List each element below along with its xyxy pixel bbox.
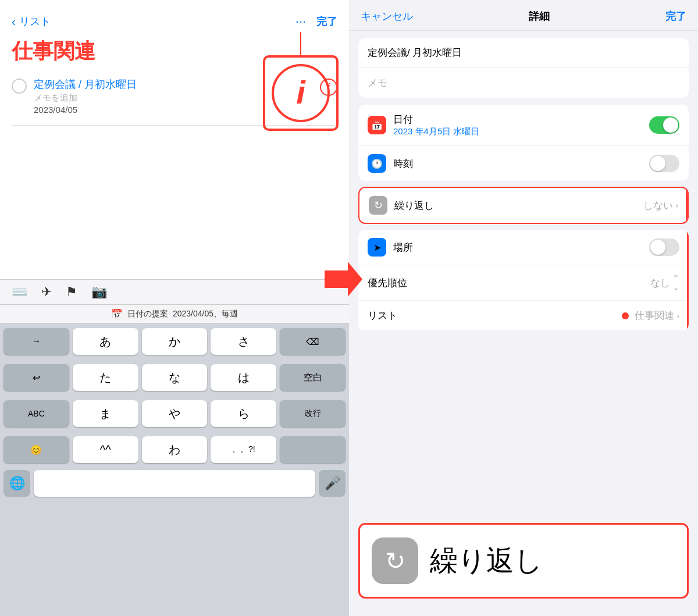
key-emoji[interactable]: 😊	[3, 436, 69, 463]
key-ra[interactable]: ら	[211, 400, 276, 427]
date-time-section: 📅 日付 2023 年4月5日 水曜日 🕐 時刻	[358, 105, 689, 181]
date-label: 日付	[393, 113, 649, 126]
task-title-text[interactable]: 定例会議/ 月初水曜日	[368, 46, 679, 59]
location-row: ➤ 場所	[358, 230, 689, 265]
clock-icon: 🕐	[368, 154, 386, 173]
todo-title-text: 定例会議 / 月初	[34, 79, 105, 90]
date-label-container: 日付 2023 年4月5日 水曜日	[393, 113, 649, 137]
location-label: 場所	[393, 241, 649, 254]
chevron-left-icon: ‹	[12, 16, 16, 27]
bottom-large-box: ↻ 繰り返し	[358, 523, 689, 599]
task-title-section: 定例会議/ 月初水曜日 メモ	[358, 38, 689, 98]
date-toggle[interactable]	[649, 116, 679, 134]
done-button[interactable]: 完了	[316, 15, 337, 29]
key-ha[interactable]: は	[211, 364, 276, 391]
calendar-small-icon: 📅	[111, 308, 123, 319]
keyboard-row-1: → あ か さ ⌫	[0, 323, 349, 359]
key-na[interactable]: な	[142, 364, 208, 391]
key-empty	[280, 436, 346, 463]
right-panel: キャンセル 詳細 完了 定例会議/ 月初水曜日 メモ 📅 日付 2023 年4月…	[349, 0, 698, 616]
info-box-wrapper: i	[263, 32, 339, 131]
key-ta[interactable]: た	[73, 364, 138, 391]
time-toggle[interactable]	[649, 155, 679, 172]
svg-marker-0	[325, 262, 362, 297]
info-connector-line	[300, 32, 301, 55]
right-header: キャンセル 詳細 完了	[349, 0, 698, 31]
repeat-label-large: 繰り返し	[430, 542, 543, 579]
more-button[interactable]: ···	[295, 14, 306, 29]
other-vertical-line	[687, 230, 689, 331]
header-right: ··· 完了	[295, 14, 337, 29]
memo-row: メモ	[358, 68, 689, 98]
left-panel: ‹ リスト ··· 完了 仕事関連 定例会議 / 月初水曜日 メモを追加 202…	[0, 0, 349, 616]
keyboard-area: ⌨️ ✈ ⚑ 📷 📅 日付の提案 2023/04/05、毎週 → あ か さ ⌫…	[0, 279, 349, 616]
key-a[interactable]: あ	[73, 328, 138, 355]
repeat-vertical-line	[686, 188, 688, 223]
todo-title-blue: 水曜日	[105, 79, 137, 90]
globe-icon[interactable]: 🌐	[3, 470, 30, 497]
list-value-container: 仕事関連	[622, 309, 674, 322]
keyboard-toolbar: ⌨️ ✈ ⚑ 📷	[0, 279, 349, 305]
back-label: リスト	[19, 15, 51, 29]
list-chevron: ›	[676, 311, 679, 321]
key-punct[interactable]: 、。?!	[211, 436, 276, 463]
task-title-row: 定例会議/ 月初水曜日	[358, 38, 689, 68]
key-ma[interactable]: ま	[73, 400, 138, 427]
memo-placeholder[interactable]: メモ	[368, 76, 387, 90]
key-space[interactable]: 空白	[280, 364, 346, 391]
right-done-button[interactable]: 完了	[665, 9, 686, 23]
priority-chevron: ⌃⌄	[672, 273, 679, 292]
time-label: 時刻	[393, 157, 649, 170]
location-toggle[interactable]	[649, 238, 679, 256]
repeat-chevron: ›	[675, 201, 678, 210]
todo-circle[interactable]	[12, 79, 27, 94]
list-row: リスト 仕事関連 ›	[358, 301, 689, 331]
camera-icon[interactable]: 📷	[91, 284, 107, 300]
other-section: ➤ 場所 優先順位 なし ⌃⌄ リスト 仕事関連 ›	[358, 230, 689, 331]
mic-icon[interactable]: 🎤	[319, 470, 346, 497]
date-suggestion[interactable]: 📅 日付の提案 2023/04/05、毎週	[0, 305, 349, 323]
date-suggestion-label: 日付の提案	[127, 309, 168, 319]
key-delete[interactable]: ⌫	[280, 328, 346, 355]
right-title: 詳細	[529, 9, 550, 23]
repeat-icon: ↻	[369, 196, 387, 215]
key-undo[interactable]: ↩	[3, 364, 69, 391]
key-wa[interactable]: わ	[142, 436, 208, 463]
keyboard-row-4: 😊 ^^ わ 、。?!	[0, 432, 349, 468]
arrow-container	[319, 256, 365, 305]
date-row: 📅 日付 2023 年4月5日 水曜日	[358, 105, 689, 146]
priority-row: 優先順位 なし ⌃⌄	[358, 265, 689, 301]
key-arrow[interactable]: →	[3, 328, 69, 355]
time-row: 🕐 時刻	[358, 146, 689, 181]
priority-label: 優先順位	[368, 276, 650, 290]
repeat-icon-large: ↻	[372, 537, 418, 584]
date-value: 2023 年4月5日 水曜日	[393, 126, 649, 137]
keyboard-bottom-row: 🌐 🎤	[0, 468, 349, 506]
flag-icon[interactable]: ⚑	[66, 284, 77, 300]
list-dot	[622, 312, 629, 319]
key-sa[interactable]: さ	[211, 328, 276, 355]
back-button[interactable]: ‹ リスト	[12, 15, 51, 29]
info-box-large: i	[263, 55, 339, 131]
space-key[interactable]	[34, 470, 315, 497]
key-wa2[interactable]: ^^	[73, 436, 138, 463]
key-abc[interactable]: ABC	[3, 400, 69, 427]
cancel-button[interactable]: キャンセル	[361, 9, 413, 23]
repeat-value: しない	[643, 199, 673, 212]
list-value: 仕事関連	[635, 309, 674, 322]
key-enter[interactable]: 改行	[280, 400, 346, 427]
list-label: リスト	[368, 309, 622, 322]
navigate-icon[interactable]: ✈	[41, 284, 52, 300]
keyboard-icon[interactable]: ⌨️	[12, 284, 27, 300]
key-ka[interactable]: か	[142, 328, 208, 355]
calendar-icon: 📅	[368, 116, 386, 134]
repeat-row[interactable]: ↻ 繰り返し しない ›	[359, 188, 688, 223]
repeat-label: 繰り返し	[394, 199, 643, 212]
key-ya[interactable]: や	[142, 400, 208, 427]
date-suggestion-value: 2023/04/05、毎週	[173, 309, 238, 319]
repeat-section: ↻ 繰り返し しない ›	[358, 187, 689, 224]
priority-value: なし	[650, 276, 670, 290]
info-circle-large: i	[272, 64, 330, 122]
keyboard-row-3: ABC ま や ら 改行	[0, 396, 349, 432]
left-header: ‹ リスト ··· 完了	[0, 6, 349, 34]
